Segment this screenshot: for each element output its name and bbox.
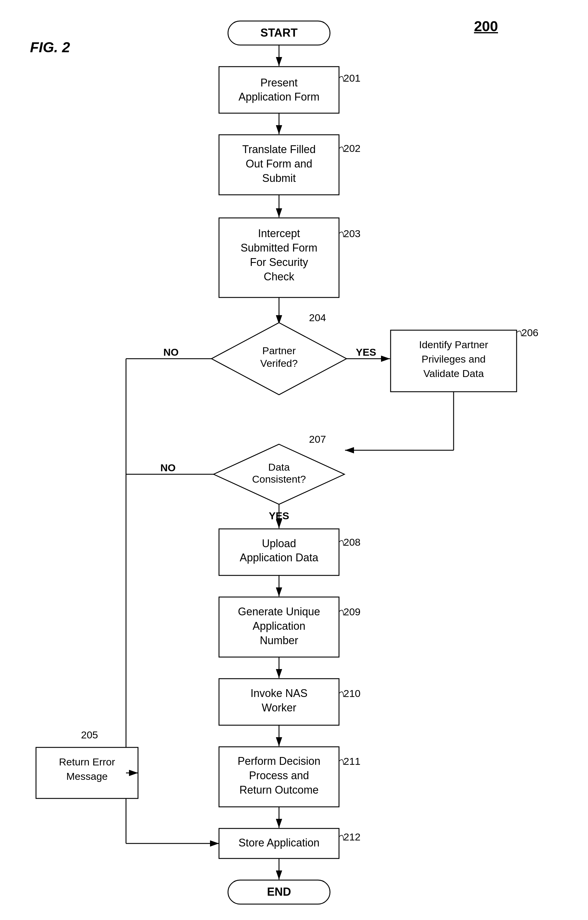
node-208-label: Upload (262, 537, 296, 550)
ref-211: 211 (344, 755, 360, 767)
ref-201: 201 (344, 72, 360, 84)
ref-209: 209 (344, 606, 360, 617)
svg-rect-3 (219, 66, 339, 113)
ref-203: 203 (344, 228, 360, 239)
svg-text:Privileges and: Privileges and (422, 353, 486, 365)
svg-text:Message: Message (66, 771, 108, 782)
ref-210: 210 (344, 688, 360, 699)
node-202-label: Translate Filled (242, 143, 316, 155)
ref-205: 205 (81, 729, 98, 740)
svg-text:Application Form: Application Form (239, 91, 320, 103)
svg-text:Submitted Form: Submitted Form (241, 241, 317, 254)
end-label: END (267, 886, 291, 898)
no-label-207: NO (160, 462, 176, 473)
ref-208: 208 (344, 536, 360, 548)
svg-text:Validate Data: Validate Data (423, 368, 484, 379)
svg-text:For Security: For Security (250, 256, 308, 268)
node-211-label: Perform Decision (237, 755, 320, 767)
svg-text:Out Form and: Out Form and (246, 157, 312, 170)
svg-text:Verifed?: Verifed? (260, 358, 298, 369)
ref-202: 202 (344, 143, 360, 154)
ref-204: 204 (309, 312, 326, 323)
svg-text:Check: Check (264, 270, 295, 283)
node-207-label: Data (268, 462, 290, 473)
node-203-label: Intercept (258, 227, 300, 240)
node-204-label: Partner (262, 345, 296, 356)
svg-text:Worker: Worker (262, 701, 296, 714)
svg-text:Process and: Process and (249, 769, 309, 782)
no-label-204: NO (163, 347, 179, 358)
start-label: START (260, 26, 297, 39)
node-201-label: Present (260, 76, 297, 89)
ref-206: 206 (522, 327, 538, 338)
node-206-label: Identify Partner (419, 339, 488, 350)
node-205-label: Return Error (59, 756, 115, 768)
svg-text:Application Data: Application Data (240, 551, 318, 564)
svg-text:Return Outcome: Return Outcome (239, 784, 318, 796)
svg-text:Submit: Submit (262, 172, 296, 184)
ref-207: 207 (309, 433, 326, 445)
svg-text:Application: Application (253, 620, 305, 632)
node-209-label: Generate Unique (238, 606, 320, 618)
svg-text:Consistent?: Consistent? (252, 473, 306, 485)
ref-212: 212 (344, 831, 360, 842)
node-212-label: Store Application (239, 837, 320, 849)
page-container: FIG. 2 200 START Present Application For… (0, 0, 588, 920)
svg-text:Number: Number (260, 634, 298, 646)
flowchart-svg: START Present Application Form 201 Trans… (0, 0, 588, 920)
yes-label-204: YES (356, 347, 376, 358)
node-210-label: Invoke NAS (250, 687, 307, 700)
